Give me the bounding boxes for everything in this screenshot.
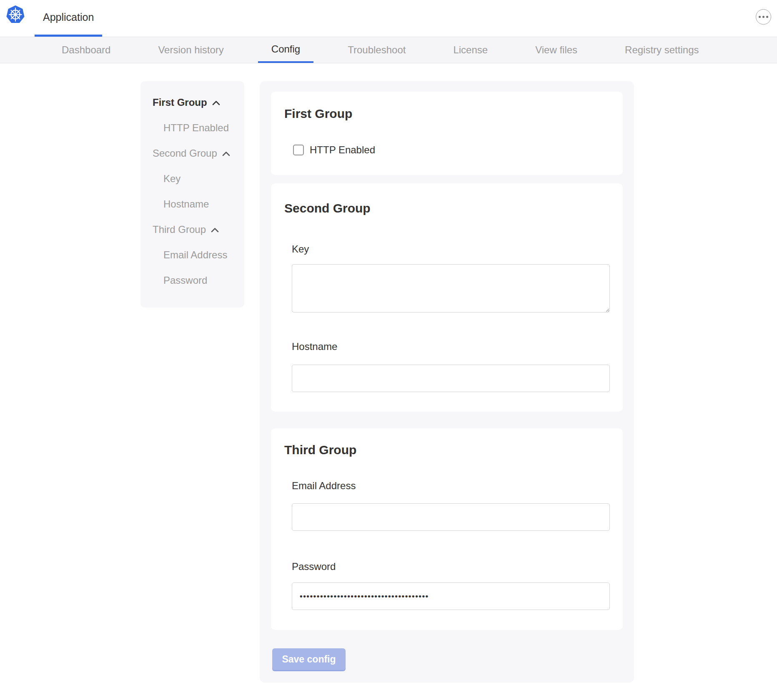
config-sidebar: First Group HTTP Enabled Second Group Ke… (140, 81, 244, 308)
password-input[interactable] (292, 582, 610, 610)
hostname-input[interactable] (292, 365, 610, 392)
tab-license[interactable]: License (440, 37, 501, 63)
sidebar-group-first-group[interactable]: First Group (153, 90, 244, 115)
sidebar-group-third-group[interactable]: Third Group (153, 217, 244, 242)
password-label: Password (292, 560, 610, 574)
app-nav-bar: Dashboard Version history Config Trouble… (0, 37, 777, 63)
key-textarea[interactable] (292, 264, 610, 312)
http-enabled-checkbox[interactable] (293, 145, 304, 155)
tab-view-files[interactable]: View files (522, 37, 591, 63)
top-bar: Application (0, 0, 777, 37)
config-group-second: Second Group Key Hostname (271, 183, 623, 412)
group-title: Second Group (284, 201, 610, 215)
sidebar-group-second-group[interactable]: Second Group (153, 140, 244, 166)
save-config-button[interactable]: Save config (272, 648, 346, 670)
sidebar-item-key[interactable]: Key (163, 166, 244, 191)
chevron-up-icon (212, 100, 220, 105)
sidebar-group-label: First Group (153, 97, 207, 108)
chevron-up-icon (222, 151, 230, 156)
sidebar-item-password[interactable]: Password (163, 268, 244, 293)
email-address-label: Email Address (292, 479, 610, 493)
sidebar-item-hostname[interactable]: Hostname (163, 191, 244, 217)
tab-dashboard[interactable]: Dashboard (48, 37, 124, 63)
ellipsis-icon (759, 16, 761, 18)
tab-troubleshoot[interactable]: Troubleshoot (334, 37, 419, 63)
tab-registry-settings[interactable]: Registry settings (612, 37, 712, 63)
application-tab[interactable]: Application (35, 0, 102, 37)
tab-version-history[interactable]: Version history (145, 37, 237, 63)
chevron-up-icon (211, 228, 219, 232)
http-enabled-field: HTTP Enabled (293, 143, 610, 157)
email-address-input[interactable] (292, 503, 610, 531)
group-title: Third Group (284, 443, 610, 457)
sidebar-group-label: Second Group (153, 148, 217, 159)
group-title: First Group (284, 107, 610, 121)
kubernetes-logo-icon (6, 5, 25, 24)
key-label: Key (292, 242, 610, 256)
more-options-button[interactable] (756, 9, 771, 25)
sidebar-item-http-enabled[interactable]: HTTP Enabled (163, 115, 244, 140)
sidebar-item-email-address[interactable]: Email Address (163, 242, 244, 268)
config-form-panel: First Group HTTP Enabled Second Group Ke… (260, 81, 634, 682)
hostname-label: Hostname (292, 340, 610, 354)
config-group-first: First Group HTTP Enabled (271, 92, 623, 175)
http-enabled-label[interactable]: HTTP Enabled (310, 143, 375, 157)
tab-config[interactable]: Config (258, 37, 313, 63)
sidebar-group-label: Third Group (153, 224, 206, 235)
config-group-third: Third Group Email Address Password (271, 428, 623, 630)
